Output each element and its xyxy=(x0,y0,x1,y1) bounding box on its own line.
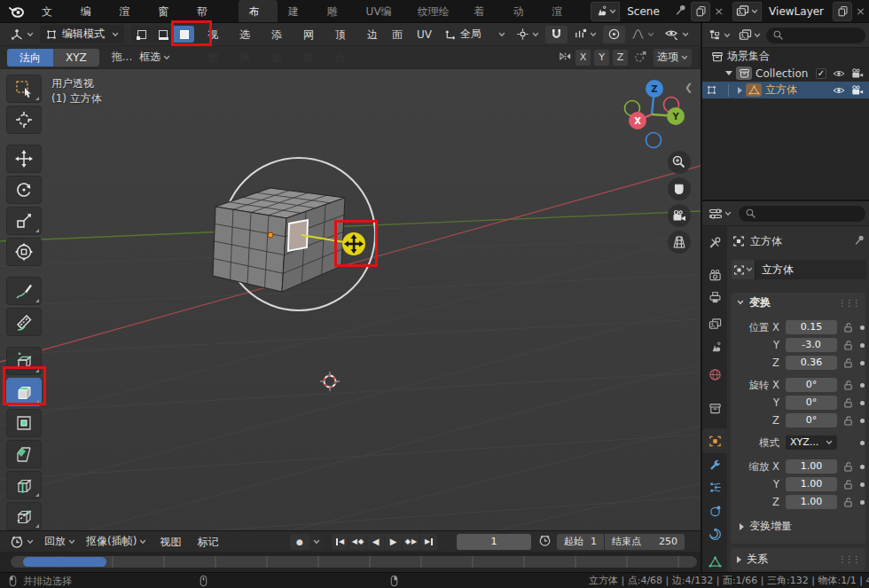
workspace-tab-sculpting[interactable]: 雕刻 xyxy=(317,0,356,23)
workspace-tab-layout[interactable]: 布局 xyxy=(239,0,278,23)
properties-editor-type-button[interactable] xyxy=(706,207,734,221)
tool-move[interactable] xyxy=(6,145,42,173)
extrude-handle[interactable] xyxy=(342,232,365,255)
options-dropdown[interactable]: 选项 xyxy=(654,49,692,67)
mode-selector[interactable]: 编辑模式 xyxy=(40,25,124,43)
menu-mesh[interactable]: 网格 xyxy=(297,23,327,46)
proportional-falloff-dropdown[interactable] xyxy=(627,26,659,43)
blender-logo-icon[interactable] xyxy=(0,4,32,20)
tool-measure[interactable] xyxy=(6,308,42,336)
use-preview-range-icon[interactable] xyxy=(538,534,552,550)
cube-expand-icon[interactable] xyxy=(738,87,742,94)
viewlayer-new-button[interactable] xyxy=(833,2,852,21)
jump-to-end-button[interactable]: ▶ xyxy=(420,534,437,550)
location-x-field[interactable]: 0.15 xyxy=(786,320,837,334)
viewport-canvas[interactable]: Z X Y xyxy=(0,46,701,530)
scale-x-lock-icon[interactable] xyxy=(842,461,854,473)
overlays-dropdown[interactable] xyxy=(661,26,693,43)
grid-perspective-control[interactable] xyxy=(668,231,691,254)
camera-view-control[interactable] xyxy=(668,204,691,227)
tab-constraints[interactable] xyxy=(702,521,727,546)
breadcrumb-object-name[interactable]: 立方体 xyxy=(750,234,782,249)
tool-add-cube[interactable] xyxy=(6,347,42,375)
transform-panel-header[interactable]: 变换 ⋮⋮⋮ xyxy=(731,293,865,312)
tool-bevel[interactable] xyxy=(6,440,42,468)
tab-scene[interactable] xyxy=(702,334,727,359)
mirror-y-toggle[interactable]: Y xyxy=(594,50,609,66)
scale-y-animate-dot[interactable] xyxy=(860,482,865,487)
scale-z-animate-dot[interactable] xyxy=(860,500,865,505)
gizmo-neg-z-ball[interactable] xyxy=(646,133,662,148)
tool-extrude-region[interactable] xyxy=(6,378,42,406)
timeline-menu-marker[interactable]: 标记 xyxy=(190,531,225,553)
tool-cursor[interactable] xyxy=(6,106,42,134)
menu-vertex[interactable]: 顶点 xyxy=(329,23,359,46)
scale-x-animate-dot[interactable] xyxy=(860,465,865,469)
frame-end-field[interactable]: 结束点250 xyxy=(605,534,685,550)
workspace-tab-uv[interactable]: UV编辑 xyxy=(356,0,407,23)
segment-normal[interactable]: 法向 xyxy=(7,49,53,67)
location-y-lock-icon[interactable] xyxy=(842,340,854,351)
pivot-point-dropdown[interactable] xyxy=(512,26,544,43)
outliner-row-collection[interactable]: Collection ✓ xyxy=(702,65,869,82)
workspace-tab-animation[interactable]: 动画 xyxy=(502,0,541,23)
collection-checkbox[interactable]: ✓ xyxy=(816,68,826,79)
menu-view[interactable]: 视图 xyxy=(201,23,231,46)
rotation-x-lock-icon[interactable] xyxy=(842,380,854,391)
vertex-select-button[interactable] xyxy=(131,26,152,43)
properties-search-input[interactable] xyxy=(739,206,865,222)
tab-object-data[interactable] xyxy=(702,549,727,574)
tool-annotate[interactable] xyxy=(6,277,42,305)
frame-start-field[interactable]: 起始1 xyxy=(557,534,604,550)
object-id-icon[interactable] xyxy=(732,260,755,279)
prev-keyframe-button[interactable]: ◀◆ xyxy=(349,534,366,550)
viewlayer-browse-button[interactable] xyxy=(732,2,762,21)
location-z-field[interactable]: 0.36 xyxy=(786,356,837,370)
current-frame-field[interactable]: 1 xyxy=(457,534,531,550)
timeline-editor-type-button[interactable] xyxy=(5,533,38,550)
tab-object[interactable] xyxy=(702,428,727,453)
rotation-y-lock-icon[interactable] xyxy=(842,397,854,409)
pan-control[interactable] xyxy=(668,177,691,200)
timeline-menu-keying[interactable]: 抠像(插帧) xyxy=(82,533,151,550)
rotation-z-field[interactable]: 0° xyxy=(786,413,837,427)
transform-orientation-dropdown[interactable]: 全局 xyxy=(440,26,510,43)
tab-tool[interactable] xyxy=(702,230,727,255)
rotation-mode-dropdown[interactable]: XYZ... xyxy=(786,435,837,450)
rotation-z-animate-dot[interactable] xyxy=(860,419,865,423)
menu-face[interactable]: 面 xyxy=(386,23,409,46)
scene-pin-icon[interactable] xyxy=(675,4,687,19)
tool-inset-faces[interactable] xyxy=(6,409,42,437)
tab-particles[interactable] xyxy=(702,474,727,499)
menu-window[interactable]: 窗口 xyxy=(148,0,187,23)
rotation-x-animate-dot[interactable] xyxy=(860,383,865,388)
location-x-animate-dot[interactable] xyxy=(860,325,865,330)
workspace-tab-shading[interactable]: 着色 xyxy=(463,0,502,23)
scale-y-field[interactable]: 1.00 xyxy=(786,477,837,491)
menu-uv[interactable]: UV xyxy=(411,23,438,46)
rotation-z-lock-icon[interactable] xyxy=(842,415,854,427)
object-id-name[interactable]: 立方体 xyxy=(755,260,866,279)
scale-y-lock-icon[interactable] xyxy=(842,479,854,490)
collection-expand-icon[interactable] xyxy=(725,71,732,75)
mirror-x-toggle[interactable]: X xyxy=(575,50,591,66)
relations-panel-drag-dots[interactable]: ⋮⋮⋮ xyxy=(838,554,859,564)
outliner-display-mode-button[interactable] xyxy=(736,28,763,42)
tab-output[interactable] xyxy=(702,285,727,310)
scale-x-field[interactable]: 1.00 xyxy=(786,459,837,474)
play-reverse-button[interactable]: ◀ xyxy=(367,534,384,550)
cube-hide-eye-icon[interactable] xyxy=(833,84,845,97)
outliner-search-input[interactable] xyxy=(766,27,865,43)
location-z-lock-icon[interactable] xyxy=(842,357,854,369)
object-id-selector[interactable]: 立方体 xyxy=(732,260,866,279)
menu-render[interactable]: 渲染 xyxy=(110,0,149,23)
timeline-menu-view[interactable]: 视图 xyxy=(153,531,188,553)
tab-physics[interactable] xyxy=(702,498,727,523)
auto-key-dropdown[interactable] xyxy=(309,534,323,550)
drag-mode-dropdown[interactable]: 框选 xyxy=(136,49,174,67)
menu-help[interactable]: 帮助 xyxy=(187,0,226,23)
tool-knife[interactable] xyxy=(6,502,42,530)
menu-file[interactable]: 文件 xyxy=(32,0,71,23)
edge-select-button[interactable] xyxy=(153,26,173,43)
scene-new-button[interactable] xyxy=(691,2,710,21)
